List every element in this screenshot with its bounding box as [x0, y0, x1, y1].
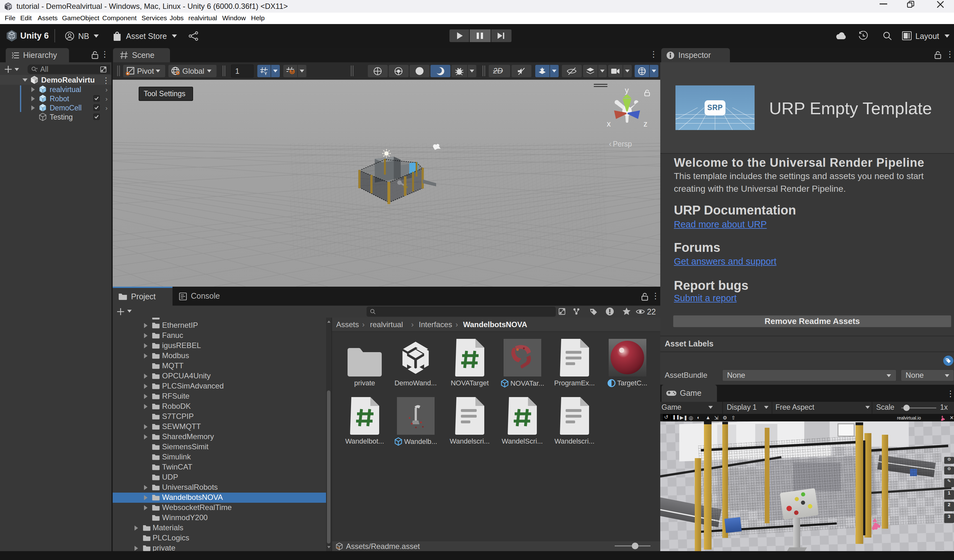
svg-text:x: x — [607, 119, 611, 128]
svg-text:Y: Y — [264, 71, 267, 76]
svg-text:z: z — [644, 119, 648, 128]
svg-text:y: y — [625, 86, 629, 95]
